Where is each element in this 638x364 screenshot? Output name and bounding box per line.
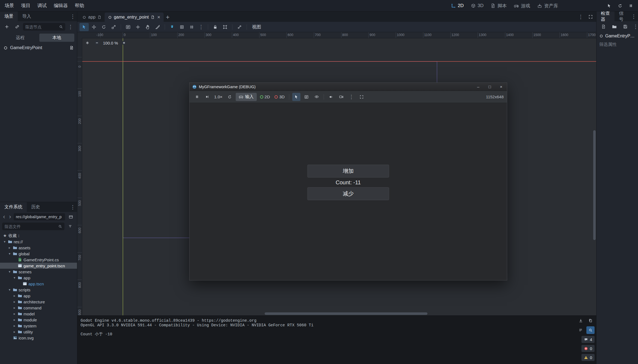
file-tree-item[interactable]: ▸command [0,305,77,311]
scene-tab-game-entry-point[interactable]: game_entry_point × [105,13,164,22]
expand-arrow-icon[interactable]: ▾ [8,270,11,274]
mute-audio-button[interactable] [327,93,335,101]
close-button[interactable]: × [495,83,507,91]
game-select-mode-button[interactable] [292,93,300,101]
input-mode-button[interactable]: 输入 [236,93,257,101]
warnings-filter-badge[interactable]: 0 [581,354,595,361]
tab-scene[interactable]: 场景 [0,11,18,21]
expand-arrow-icon[interactable]: ▸ [8,246,11,250]
menu-debug[interactable]: 调试 [34,0,50,11]
select-tool-button[interactable] [79,23,89,31]
game-cursor-button[interactable] [604,1,614,10]
messages-filter-badge[interactable]: 4 [581,336,595,343]
increase-button[interactable]: 增加 [308,165,389,177]
local-button[interactable]: 本地 [39,34,74,42]
filesystem-dock-menu-icon[interactable]: ⋮ [69,205,77,210]
game-viewport-content[interactable]: 增加 Count: -11 减少 [190,103,507,280]
next-frame-button[interactable] [203,93,211,101]
add-node-button[interactable] [2,23,11,31]
bone-options-button[interactable] [235,23,244,31]
grid-snap-button[interactable] [177,23,187,31]
move-tool-button[interactable] [89,23,99,31]
horizontal-ruler[interactable] [82,32,596,38]
file-tree-item[interactable]: ▸model [0,311,77,317]
expand-arrow-icon[interactable]: ▸ [13,312,16,316]
filter-files-input[interactable] [4,224,58,229]
file-tree-item[interactable]: C#GameEntryPoint.cs [0,257,77,263]
tab-filesystem[interactable]: 文件系统 [0,202,27,212]
file-tree-item[interactable]: ▸utility [0,329,77,335]
game-fullscreen-button[interactable] [358,93,366,101]
time-scale-label[interactable]: 1.0× [213,94,224,99]
mode-2d-button[interactable]: 2D [259,94,271,99]
file-tree-item[interactable]: app.tscn [0,281,77,287]
expand-arrow-icon[interactable]: ▸ [13,306,16,310]
workspace-game-button[interactable]: 游戏 [510,0,534,11]
search-output-button[interactable] [586,326,595,334]
filter-properties-input[interactable]: 筛选属性 [596,40,638,49]
remote-button[interactable]: 远程 [3,34,38,42]
file-tree-item[interactable]: ▸system [0,323,77,329]
fs-sort-button[interactable] [66,222,75,230]
tab-inspector[interactable]: 检查器 [596,11,615,21]
file-tree-item[interactable]: ▸architecture [0,299,77,305]
zoom-reset-button[interactable] [84,39,91,46]
save-resource-button[interactable] [621,22,630,31]
minimize-button[interactable]: – [472,83,484,91]
ruler-tool-button[interactable] [153,23,162,31]
restart-game-button[interactable] [615,1,625,10]
expand-arrow-icon[interactable]: ▸ [13,324,16,328]
tab-node[interactable]: 信号 [615,11,630,21]
inspector-dock-menu-icon[interactable]: ⋮ [630,14,638,19]
expand-arrow-icon[interactable]: ▸ [13,330,16,334]
decrease-button[interactable]: 减少 [308,187,389,200]
instance-scene-button[interactable] [13,23,22,31]
filter-nodes-input[interactable] [25,25,59,29]
vertical-scrollbar[interactable] [593,38,596,311]
horizontal-scrollbar-thumb[interactable] [265,312,427,315]
collapse-duplicates-button[interactable] [577,326,585,334]
fs-forward-button[interactable]: › [8,214,13,220]
horizontal-scrollbar[interactable] [82,312,592,315]
reload-game-button[interactable] [226,93,234,101]
fs-split-view-button[interactable] [66,213,75,221]
fs-path-input[interactable] [14,213,65,220]
copy-output-button[interactable] [586,317,595,324]
file-tree-item[interactable]: ▾app [0,275,77,281]
list-select-tool-button[interactable] [123,23,133,31]
scene-tree-node-gameentrypoint[interactable]: GameEntryPoint [0,43,77,52]
tab-history[interactable]: 历史 [27,202,45,212]
favorites-row[interactable]: ★ 收藏： [0,233,77,239]
file-tree-item[interactable]: ▾res:// [0,239,77,245]
new-resource-button[interactable] [599,22,608,31]
scene-tabs-menu-icon[interactable]: ⋮ [577,14,585,19]
workspace-3d-button[interactable]: 3D [467,0,487,11]
load-resource-button[interactable] [610,22,619,31]
menu-help[interactable]: 帮助 [71,0,88,11]
file-tree-item[interactable]: ▾global [0,251,77,257]
zoom-out-button[interactable] [93,39,101,46]
mode-3d-button[interactable]: 3D [273,94,286,99]
file-tree-item[interactable]: icon.svg [0,335,77,341]
resource-options-icon[interactable]: ⋮ [631,24,638,29]
node-list-button[interactable] [302,93,311,101]
errors-filter-badge[interactable]: 0 [581,345,595,352]
pause-game-button[interactable] [626,1,636,10]
suspend-game-button[interactable] [193,93,201,101]
pivot-tool-button[interactable] [133,23,143,31]
file-tree-item[interactable]: ▾scenes [0,269,77,275]
expand-arrow-icon[interactable]: ▾ [13,276,16,280]
expand-arrow-icon[interactable]: ▾ [8,252,11,256]
scale-tool-button[interactable] [109,23,118,31]
group-button[interactable] [220,23,230,31]
attached-script-icon[interactable] [69,46,74,50]
maximize-button[interactable]: □ [484,83,495,91]
file-tree-item[interactable]: ▸assets [0,245,77,251]
workspace-script-button[interactable]: 脚本 [487,0,510,11]
expand-arrow-icon[interactable]: ▾ [8,288,11,292]
workspace-2d-button[interactable]: 2D [447,0,467,11]
new-scene-tab-button[interactable]: + [164,13,172,21]
clear-output-button[interactable] [577,317,585,324]
menu-editor[interactable]: 编辑器 [50,0,71,11]
fs-back-button[interactable]: ‹ [2,214,7,220]
